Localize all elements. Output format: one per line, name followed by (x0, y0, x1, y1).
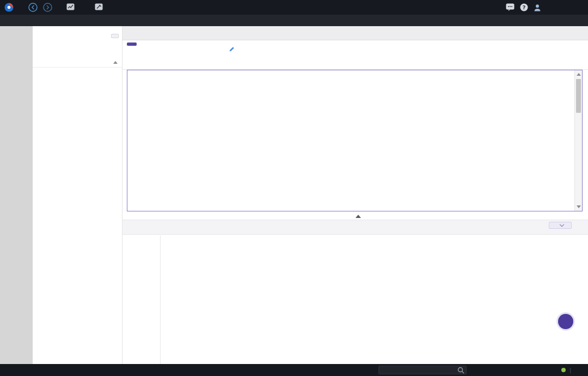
tools-icon (95, 3, 103, 12)
strategy-detail-header (122, 40, 588, 55)
backtest-bar (122, 220, 588, 235)
icon-sidebar (0, 26, 33, 364)
divider: | (569, 367, 571, 373)
market-icon (66, 3, 75, 12)
scroll-up-icon[interactable] (577, 73, 581, 76)
symbol-search-input[interactable] (378, 366, 467, 374)
app-window: ? (0, 0, 588, 376)
result-tab-column (122, 235, 161, 364)
menu-tools[interactable] (95, 3, 106, 12)
forward-icon[interactable] (43, 3, 52, 12)
strategy-panel (33, 26, 122, 364)
new-strategy-button[interactable] (111, 34, 119, 38)
main-area (122, 26, 588, 364)
sort-asc-icon[interactable] (113, 61, 118, 64)
list-column-header (33, 58, 122, 68)
symbol-search (378, 366, 467, 374)
app-logo-icon (4, 3, 14, 12)
search-icon[interactable] (457, 367, 464, 375)
code-editor[interactable] (127, 70, 583, 211)
titlebar: ? (0, 0, 588, 15)
detail-badge (127, 43, 137, 46)
status-bar: | (0, 364, 588, 376)
window-tab-bar (0, 15, 588, 26)
editor-scrollbar[interactable] (574, 70, 582, 211)
user-icon[interactable] (534, 4, 541, 11)
download-report-button[interactable] (549, 222, 572, 229)
returns-chart (161, 250, 587, 348)
chevron-down-icon (560, 222, 564, 227)
rename-icon[interactable] (229, 45, 235, 54)
collapse-editor-button[interactable] (356, 215, 361, 218)
menu-market[interactable] (66, 3, 77, 12)
code-area[interactable] (127, 71, 575, 211)
subtab-row (122, 55, 588, 70)
metrics-row (165, 236, 583, 248)
svg-text:?: ? (523, 4, 526, 10)
connection-status-icon (561, 368, 566, 372)
scroll-thumb[interactable] (576, 79, 581, 113)
editor-tab-bar (122, 26, 588, 40)
feedback-icon[interactable] (506, 3, 514, 11)
help-bubble-button[interactable] (558, 314, 573, 329)
scroll-down-icon[interactable] (577, 205, 581, 208)
help-icon[interactable]: ? (520, 3, 528, 11)
back-icon[interactable] (28, 3, 38, 12)
clock-area: | (561, 364, 583, 376)
